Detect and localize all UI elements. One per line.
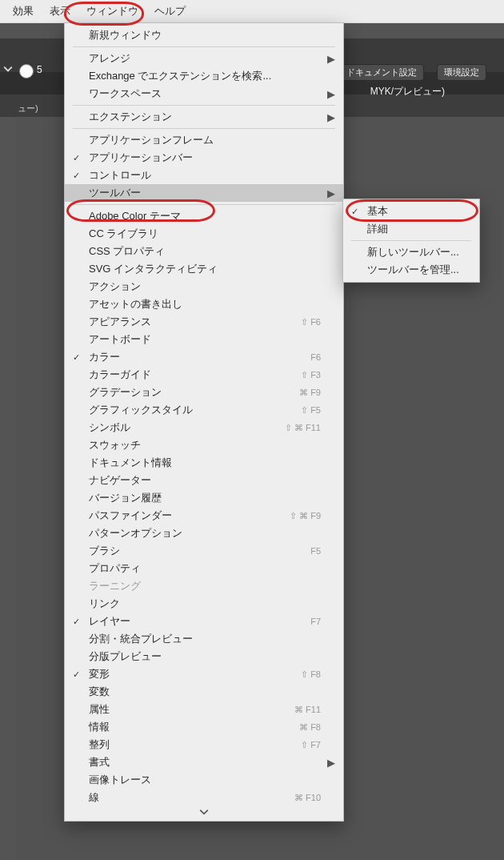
mi-css-properties[interactable]: CSS プロパティ [65, 243, 343, 260]
menu-window[interactable]: ウィンドウ [78, 0, 146, 22]
mi-separation-preview[interactable]: 分版プレビュー [65, 648, 343, 665]
mi-version-history[interactable]: バージョン履歴 [65, 489, 343, 507]
smi-detail[interactable]: 詳細 [343, 220, 479, 238]
mi-cc-library[interactable]: CC ライブラリ [65, 225, 343, 243]
mi-svg-interactivity[interactable]: SVG インタラクティビティ [65, 260, 343, 278]
shortcut-label: ⇧ ⌘ F9 [290, 511, 321, 521]
shortcut-label: F5 [310, 546, 321, 556]
mi-arrange[interactable]: アレンジ▶ [65, 50, 343, 67]
menu-scroll-down-icon[interactable] [65, 806, 343, 818]
mi-label: SVG インタラクティビティ [89, 262, 218, 276]
mi-label: 基本 [367, 204, 388, 219]
shortcut-label: ⇧ F6 [301, 317, 321, 328]
preferences-button[interactable]: 環境設定 [437, 64, 486, 81]
mi-workspace[interactable]: ワークスペース▶ [65, 85, 343, 102]
check-icon: ✓ [73, 352, 80, 363]
mi-adobe-color[interactable]: Adobe Color テーマ [65, 207, 343, 225]
mi-info[interactable]: 情報⌘ F8 [65, 718, 343, 736]
menu-separator [351, 240, 471, 241]
menu-separator [73, 204, 335, 205]
mi-gradation[interactable]: グラデーション⌘ F9 [65, 384, 343, 401]
mi-exchange-extensions[interactable]: Exchange でエクステンションを検索... [65, 67, 343, 85]
mi-pathfinder[interactable]: パスファインダー⇧ ⌘ F9 [65, 507, 343, 524]
mi-extensions[interactable]: エクステンション▶ [65, 108, 343, 126]
fill-swatch-icon[interactable] [19, 64, 34, 78]
document-settings-button[interactable]: ドキュメント設定 [339, 64, 424, 81]
mi-label: ナビゲーター [89, 473, 151, 488]
tab-label: ュー) [18, 102, 38, 115]
mi-label: エクステンション [89, 110, 172, 124]
mi-label: アートボード [89, 332, 151, 347]
menu-help[interactable]: ヘルプ [146, 0, 194, 22]
mi-navigator[interactable]: ナビゲーター [65, 472, 343, 489]
mi-brush[interactable]: ブラシF5 [65, 542, 343, 560]
mi-graphic-style[interactable]: グラフィックスタイル⇧ F5 [65, 401, 343, 419]
mi-label: CSS プロパティ [89, 244, 165, 259]
mi-action[interactable]: アクション [65, 278, 343, 295]
mi-label: パターンオプション [89, 526, 182, 541]
mi-new-window[interactable]: 新規ウィンドウ [65, 26, 343, 44]
mi-label: Exchange でエクステンションを検索... [89, 69, 271, 83]
button-label: ドキュメント設定 [346, 67, 417, 77]
mi-pattern-option[interactable]: パターンオプション [65, 524, 343, 542]
mi-line[interactable]: 線⌘ F10 [65, 789, 343, 806]
check-icon: ✓ [73, 669, 80, 680]
shortcut-label: ⇧ F3 [301, 370, 321, 380]
mi-color-guide[interactable]: カラーガイド⇧ F3 [65, 366, 343, 384]
mi-split-preview[interactable]: 分割・統合プレビュー [65, 630, 343, 648]
mi-symbol[interactable]: シンボル⇧ ⌘ F11 [65, 419, 343, 436]
mi-variables[interactable]: 変数 [65, 683, 343, 701]
mi-app-bar[interactable]: ✓アプリケーションバー [65, 149, 343, 167]
mi-document-info[interactable]: ドキュメント情報 [65, 454, 343, 472]
mi-type[interactable]: 書式▶ [65, 754, 343, 771]
mi-appearance[interactable]: アピアランス⇧ F6 [65, 313, 343, 331]
smi-basic[interactable]: ✓基本 [343, 203, 479, 220]
smi-new-toolbar[interactable]: 新しいツールバー... [343, 243, 479, 261]
mi-label: コントロール [89, 168, 151, 183]
mi-label: ラーニング [89, 579, 141, 593]
mi-label: シンボル [89, 420, 130, 435]
mi-artboard[interactable]: アートボード [65, 331, 343, 348]
mi-label: カラー [89, 350, 120, 364]
mi-label: アプリケーションフレーム [89, 133, 214, 147]
shortcut-label: ⇧ F8 [301, 669, 321, 680]
menubar: 効果 表示 ウィンドウ ヘルプ [0, 0, 504, 23]
button-label: 環境設定 [444, 67, 479, 77]
mi-label: Adobe Color テーマ [89, 209, 181, 223]
check-icon: ✓ [351, 207, 358, 217]
mi-label: アピアランス [89, 315, 151, 329]
mi-label: 分割・統合プレビュー [89, 632, 193, 646]
mi-label: 新規ウィンドウ [89, 28, 162, 42]
mi-label: グラフィックスタイル [89, 403, 193, 417]
mi-swatch[interactable]: スウォッチ [65, 436, 343, 454]
menu-effect[interactable]: 効果 [5, 0, 42, 22]
mi-transform[interactable]: ✓変形⇧ F8 [65, 665, 343, 683]
mi-label: ブラシ [89, 544, 120, 558]
menu-separator [73, 46, 335, 47]
chevron-down-icon [3, 64, 18, 78]
mi-label: ツールバー [89, 186, 141, 200]
mi-label: アレンジ [89, 51, 130, 66]
mi-control[interactable]: ✓コントロール [65, 167, 343, 184]
mi-color[interactable]: ✓カラーF6 [65, 348, 343, 366]
mi-property[interactable]: プロパティ [65, 560, 343, 577]
chevron-right-icon: ▶ [327, 757, 335, 769]
chevron-right-icon: ▶ [327, 53, 335, 65]
smi-manage-toolbar[interactable]: ツールバーを管理... [343, 261, 479, 279]
mi-layer[interactable]: ✓レイヤーF7 [65, 613, 343, 630]
mi-toolbar[interactable]: ツールバー▶ [65, 184, 343, 202]
mi-align[interactable]: 整列⇧ F7 [65, 736, 343, 754]
mi-label: グラデーション [89, 385, 162, 400]
mi-label: レイヤー [89, 614, 130, 629]
mi-learning: ラーニング [65, 577, 343, 595]
mi-attribute[interactable]: 属性⌘ F11 [65, 701, 343, 718]
stroke-value: 5 [37, 64, 42, 75]
shortcut-label: ⇧ F7 [301, 740, 321, 750]
mi-asset-export[interactable]: アセットの書き出し [65, 295, 343, 313]
menu-view[interactable]: 表示 [42, 0, 78, 22]
mi-label: スウォッチ [89, 438, 141, 452]
mi-link[interactable]: リンク [65, 595, 343, 613]
mi-image-trace[interactable]: 画像トレース [65, 771, 343, 789]
mi-label: 詳細 [367, 222, 388, 236]
mi-app-frame[interactable]: アプリケーションフレーム [65, 131, 343, 149]
